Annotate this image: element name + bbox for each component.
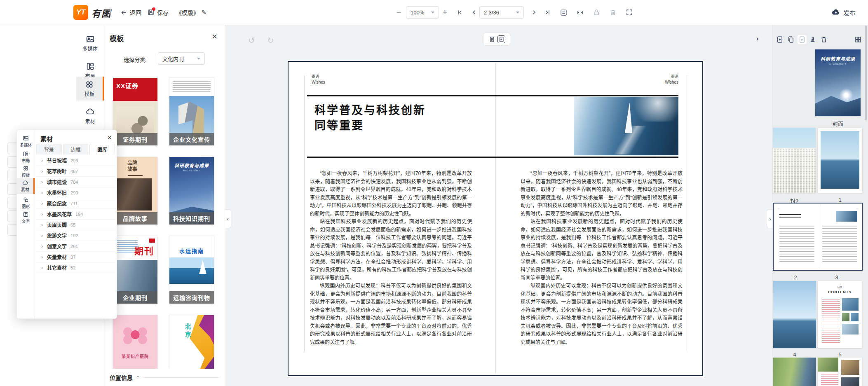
assets-sidebar-item-template[interactable]: 模板 xyxy=(17,164,35,180)
page-thumbnail-cover[interactable]: 科研教育与成果HIGHLIGHT xyxy=(815,49,861,116)
zoom-out-button[interactable]: − xyxy=(396,0,401,25)
asset-category-row[interactable]: ›聚会纪念711 xyxy=(36,198,116,209)
zoom-select[interactable]: 100% xyxy=(406,6,439,19)
page-thumb-label[interactable]: 5 xyxy=(838,351,841,358)
page-thumbnail[interactable] xyxy=(818,128,862,193)
assets-sidebar-label: 布局 xyxy=(22,157,30,164)
assets-sidebar-item-layout[interactable]: 布局 xyxy=(17,149,35,165)
collapse-left-panel-icon[interactable]: ‹ xyxy=(225,209,231,228)
article-title[interactable]: 科学普及与科技创新 同等重要 xyxy=(314,103,426,133)
publish-label: 发布 xyxy=(843,8,856,17)
chevron-right-icon: › xyxy=(41,168,43,174)
back-button[interactable]: 返回 xyxy=(120,0,141,25)
sailboat-photo[interactable] xyxy=(574,97,678,155)
next-page-button[interactable] xyxy=(531,0,537,25)
mirror-split-icon[interactable] xyxy=(576,0,584,25)
divider xyxy=(143,377,219,378)
sidebar-item-template[interactable]: 模板 xyxy=(76,77,104,101)
collapse-up-icon[interactable]: ⌃ xyxy=(136,375,140,380)
asset-category-row[interactable]: ›创意文字261 xyxy=(36,241,116,252)
sidebar-item-assets[interactable]: 素材 xyxy=(76,104,104,128)
asset-category-row[interactable]: ›城市建设784 xyxy=(36,177,116,187)
page-thumbnail-selected[interactable]: —— xyxy=(773,203,863,271)
assets-sidebar-item-shape[interactable]: 图形 xyxy=(17,195,35,211)
single-page-view-icon[interactable] xyxy=(489,36,495,42)
article-paragraph: 站在我国科技事业发展新的历史起点，面对时代赋予我们的历史使命，如何适应我国经济社… xyxy=(310,218,472,282)
page-indicator-select[interactable]: 2-3/36 xyxy=(479,6,524,19)
collapse-right-panel-icon[interactable]: › xyxy=(767,209,773,228)
asset-category-row[interactable]: ›水墨怀旧290 xyxy=(36,187,116,198)
page-thumbnail[interactable] xyxy=(773,128,816,193)
assets-sidebar-item-text[interactable]: 文字 xyxy=(17,210,35,226)
assets-tab-active[interactable]: 图库 xyxy=(89,144,115,154)
assets-assets-icon xyxy=(22,180,28,186)
template-cover-title: 水运指南 xyxy=(169,247,214,255)
sidebar-item-media[interactable]: 多媒体 xyxy=(76,31,104,55)
page-thumbnail-partial[interactable] xyxy=(818,358,862,386)
add-page-icon[interactable] xyxy=(560,0,568,25)
asset-category-row[interactable]: ›水墨风花草194 xyxy=(36,209,116,220)
contents-cn-label: 目录 xyxy=(818,285,862,289)
asset-category-row[interactable]: ›页眉页脚65 xyxy=(36,220,116,230)
assets-category-list: ›节日祝福299›花草树叶487›城市建设784›水墨怀旧290›聚会纪念711… xyxy=(36,155,116,273)
body-text-right-page[interactable]: “忽如一夜春风来，千树万树梨花开”，建国70年来，特别是改革开放以来，随着我国经… xyxy=(521,170,683,346)
template-card[interactable]: 某某妇产医院 xyxy=(113,315,158,369)
undo-icon[interactable]: ↺ xyxy=(248,35,255,45)
publish-button[interactable]: 发布 xyxy=(831,0,856,25)
asset-category-count: 784 xyxy=(70,180,78,185)
spread-view-icon[interactable] xyxy=(498,36,504,42)
document-spread[interactable]: 寄语 Wishes 寄语 Wishes 科学普及与科技创新 同等重要 “忽如一夜… xyxy=(288,61,703,376)
assets-text-icon xyxy=(23,211,29,218)
template-card[interactable]: 水运指南运输咨询刊物 xyxy=(169,236,214,304)
asset-category-name: 其它素材 xyxy=(47,264,67,271)
asset-category-row[interactable]: ›旅游文字192 xyxy=(36,230,116,241)
lock-icon[interactable] xyxy=(593,0,600,25)
last-page-button[interactable] xyxy=(544,0,551,25)
close-icon[interactable]: × xyxy=(107,133,112,142)
category-select[interactable]: 文化内刊 xyxy=(158,52,205,65)
page-thumb-label[interactable]: 1 xyxy=(838,197,841,203)
trash-icon[interactable] xyxy=(609,0,617,25)
panel-title: 模板 xyxy=(110,33,124,43)
zoom-in-button[interactable]: + xyxy=(443,0,447,25)
redo-icon[interactable]: ↻ xyxy=(267,35,274,45)
template-card[interactable]: 北京 xyxy=(169,315,214,369)
first-page-button[interactable] xyxy=(457,0,463,25)
assets-sidebar-item-assets[interactable]: 素材 xyxy=(17,178,35,194)
asset-category-row[interactable]: ›其它素材52 xyxy=(36,262,116,273)
assets-layout-icon xyxy=(23,151,29,157)
expand-panel-icon[interactable]: › xyxy=(756,35,759,43)
edit-title-icon[interactable]: ✎ xyxy=(202,9,206,16)
chevron-right-icon: › xyxy=(41,233,43,239)
asset-category-row[interactable]: ›节日祝福299 xyxy=(36,155,116,166)
prev-page-button[interactable] xyxy=(471,0,477,25)
header-en: Wishes xyxy=(312,80,325,85)
assets-tab-inactive[interactable]: 背景 xyxy=(36,144,62,154)
template-card[interactable]: 期刊企业期刊 xyxy=(113,236,158,304)
app-logo[interactable]: YT xyxy=(73,5,88,20)
asset-category-row[interactable]: ›矢量素材37 xyxy=(36,252,116,262)
editor-canvas[interactable]: ↺ ↻ › ‹ › 寄语 Wishes 寄语 Wishes xyxy=(225,25,773,386)
page-thumbnail-partial[interactable] xyxy=(773,358,816,386)
template-card[interactable]: 科研教育与成果HIGHLIGHT科技知识期刊 xyxy=(169,157,214,225)
sun xyxy=(839,88,853,102)
page-thumb-label[interactable]: 4 xyxy=(793,351,796,358)
page-thumb-label[interactable]: 3 xyxy=(835,274,838,281)
template-name-label: 品牌故事 xyxy=(113,212,157,225)
save-button[interactable]: 保存 xyxy=(147,0,169,25)
pages-panel: 科研教育与成果HIGHLIGHT封面封21——23目录CONTENTS45 xyxy=(772,25,868,386)
page-thumb-label[interactable]: 2 xyxy=(794,274,797,281)
page-thumb-label[interactable]: 封面 xyxy=(833,119,843,127)
fullscreen-icon[interactable] xyxy=(626,0,633,25)
body-text-left-page[interactable]: “忽如一夜春风来，千树万树梨花开”，建国70年来，特别是改革开放以来，随着我国经… xyxy=(310,170,472,346)
template-card[interactable]: 企业文化宣传 xyxy=(169,77,214,146)
asset-category-row[interactable]: ›花草树叶487 xyxy=(36,166,116,177)
page-thumbnail[interactable] xyxy=(773,281,816,348)
template-card[interactable]: 品牌 故事品牌故事 xyxy=(113,157,158,225)
template-card[interactable]: XX证券证券期刊 xyxy=(113,77,158,146)
page-indicator-value: 2-3/36 xyxy=(484,9,499,16)
assets-tab-inactive[interactable]: 边框 xyxy=(63,144,89,154)
page-thumbnail[interactable]: 目录CONTENTS xyxy=(818,281,862,348)
close-icon[interactable]: × xyxy=(212,32,217,41)
assets-sidebar-item-media[interactable]: 多媒体 xyxy=(17,133,35,150)
